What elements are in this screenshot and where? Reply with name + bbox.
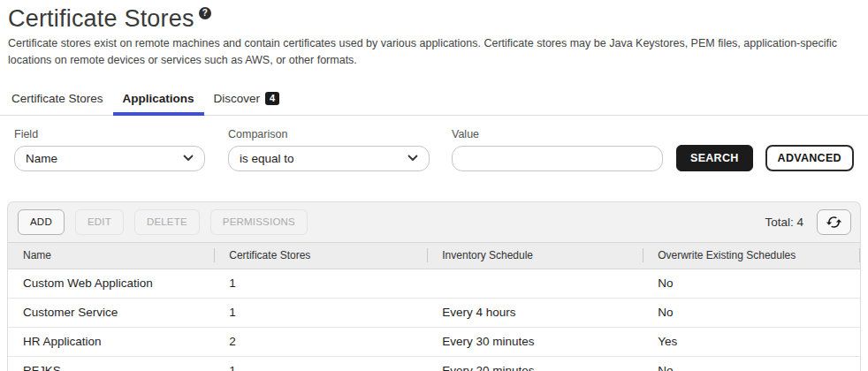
add-button[interactable]: ADD — [18, 209, 65, 235]
column-header-inventory-schedule[interactable]: Inventory Schedule — [427, 249, 643, 261]
cell-inventory-schedule: Every 30 minutes — [427, 335, 643, 348]
column-header-name[interactable]: Name — [8, 249, 214, 261]
field-selected-value: Name — [26, 152, 57, 165]
total-count: Total: 4 — [765, 216, 803, 229]
cell-inventory-schedule: Every 20 minutes — [427, 364, 643, 371]
advanced-button[interactable]: ADVANCED — [765, 145, 854, 171]
cell-name: Custom Web Application — [8, 276, 214, 290]
cell-certificate-stores: 2 — [214, 335, 427, 348]
applications-grid: ADD EDIT DELETE PERMISSIONS Total: 4 Nam… — [7, 201, 861, 371]
comparison-select[interactable]: is equal to — [228, 146, 430, 171]
field-group: Field Name — [14, 128, 205, 171]
cell-certificate-stores: 1 — [214, 306, 427, 319]
tab-applications[interactable]: Applications — [113, 84, 204, 115]
tab-certificate-stores[interactable]: Certificate Stores — [2, 84, 113, 115]
page-description: Certificate stores exist on remote machi… — [8, 35, 843, 70]
comparison-selected-value: is equal to — [240, 152, 294, 165]
cell-inventory-schedule: Every 4 hours — [427, 306, 643, 319]
value-input[interactable] — [452, 146, 663, 171]
tab-label: Applications — [123, 92, 194, 105]
discover-count-badge: 4 — [265, 92, 279, 105]
tab-label: Certificate Stores — [11, 92, 103, 105]
cell-name: HR Application — [8, 335, 214, 348]
permissions-button[interactable]: PERMISSIONS — [210, 209, 308, 235]
page-title: Certificate Stores — [8, 5, 194, 33]
delete-button[interactable]: DELETE — [134, 209, 200, 235]
table-row[interactable]: Customer Service 1 Every 4 hours No — [8, 299, 860, 328]
tab-bar: Certificate Stores Applications Discover… — [0, 84, 868, 116]
chevron-down-icon — [407, 155, 418, 162]
edit-button[interactable]: EDIT — [75, 209, 124, 235]
cell-name: Customer Service — [8, 306, 214, 319]
column-header-certificate-stores[interactable]: Certificate Stores — [214, 249, 427, 261]
cell-name: RFJKS — [8, 364, 214, 371]
tab-discover[interactable]: Discover 4 — [204, 84, 290, 115]
refresh-button[interactable] — [817, 209, 851, 235]
search-button[interactable]: SEARCH — [676, 145, 753, 171]
search-filter-bar: Field Name Comparison is equal to Value … — [0, 116, 868, 171]
comparison-group: Comparison is equal to — [228, 128, 430, 171]
table-header-row: Name Certificate Stores Inventory Schedu… — [8, 242, 860, 269]
cell-certificate-stores: 1 — [214, 276, 427, 290]
table-row[interactable]: RFJKS 1 Every 20 minutes No — [8, 357, 860, 371]
refresh-icon — [826, 214, 842, 231]
certificate-stores-page: Certificate Stores ? Certificate stores … — [0, 0, 868, 371]
value-label: Value — [452, 128, 663, 140]
chevron-down-icon — [183, 155, 194, 162]
grid-toolbar: ADD EDIT DELETE PERMISSIONS Total: 4 — [8, 202, 860, 242]
field-select[interactable]: Name — [14, 146, 205, 171]
comparison-label: Comparison — [228, 128, 430, 140]
table-row[interactable]: HR Application 2 Every 30 minutes Yes — [8, 328, 860, 357]
column-header-overwrite-existing-schedules[interactable]: Overwrite Existing Schedules — [643, 249, 860, 261]
field-label: Field — [14, 128, 205, 140]
page-header: Certificate Stores ? Certificate stores … — [0, 5, 868, 70]
table-row[interactable]: Custom Web Application 1 No — [8, 269, 860, 299]
cell-certificate-stores: 1 — [214, 364, 427, 371]
help-icon[interactable]: ? — [199, 7, 211, 19]
tab-label: Discover — [214, 92, 261, 105]
table-body: Custom Web Application 1 No Customer Ser… — [8, 269, 860, 371]
cell-overwrite: No — [643, 276, 860, 290]
cell-overwrite: No — [643, 364, 860, 371]
cell-overwrite: Yes — [643, 335, 860, 348]
cell-overwrite: No — [643, 306, 860, 319]
value-group: Value — [452, 128, 663, 171]
